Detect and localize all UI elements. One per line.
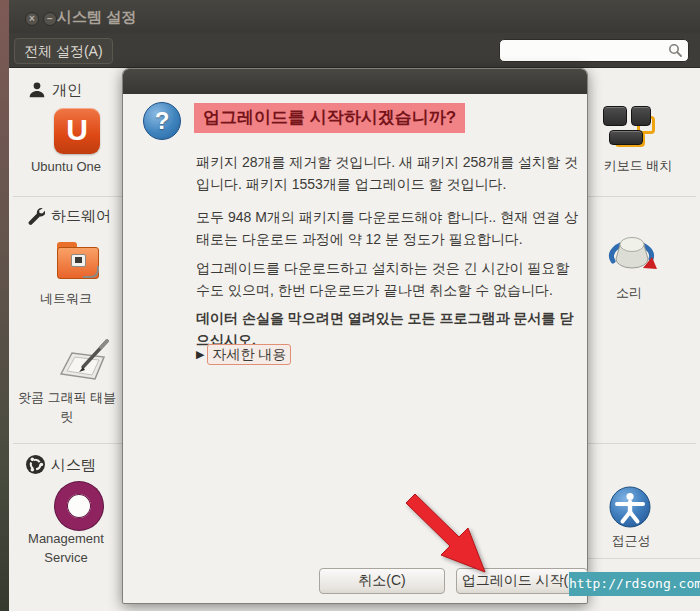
dialog-paragraph-download: 모두 948 M개의 패키지를 다운로드해야 합니다.. 현재 연결 상태로는 …: [196, 206, 580, 250]
search-box[interactable]: [499, 39, 689, 62]
search-icon: [668, 43, 683, 62]
dialog-title: 업그레이드를 시작하시겠습니까?: [194, 103, 465, 133]
section-divider: [585, 558, 700, 559]
network-icon[interactable]: [55, 238, 101, 284]
grid-item-sound[interactable]: 소리: [587, 283, 671, 302]
watermark: http://rdsong.com: [569, 572, 700, 596]
all-settings-button[interactable]: 전체 설정(A): [14, 38, 113, 64]
wrench-icon: [26, 206, 45, 229]
window-title: 시스템 설정: [57, 8, 136, 27]
desktop-background: [0, 0, 9, 611]
key: [603, 106, 627, 126]
person-icon: [28, 81, 46, 103]
dialog-paragraph-duration: 업그레이드를 다운로드하고 설치하는 것은 긴 시간이 필요할 수도 있으며, …: [196, 257, 580, 301]
grid-item-accessibility[interactable]: 접근성: [589, 531, 673, 550]
wacom-tablet-icon[interactable]: [57, 336, 113, 388]
search-input[interactable]: [506, 41, 666, 60]
ubuntu-one-icon[interactable]: U: [54, 108, 100, 154]
grid-item-wacom[interactable]: 왓콤 그래픽 태블릿: [12, 388, 122, 426]
dialog-paragraph-packages: 패키지 28개를 제거할 것입니다. 새 패키지 258개를 설치할 것입니다.…: [196, 151, 580, 195]
upgrade-dialog: ? 업그레이드를 시작하시겠습니까? 패키지 28개를 제거할 것입니다. 새 …: [122, 68, 588, 604]
keyboard-layout-icon[interactable]: [601, 104, 659, 154]
grid-item-ubuntu-one[interactable]: Ubuntu One: [12, 157, 120, 176]
sound-knob-icon[interactable]: [605, 231, 659, 277]
key: [609, 130, 643, 145]
section-header-system: 시스템: [51, 456, 96, 475]
accessibility-icon[interactable]: [609, 486, 651, 528]
cancel-button[interactable]: 취소(C): [319, 568, 445, 594]
section-header-hardware: 하드웨어: [51, 207, 111, 226]
details-label[interactable]: 자세한 내용: [207, 344, 291, 365]
grid-item-network[interactable]: 네트워크: [12, 289, 120, 308]
network-port: [75, 257, 82, 263]
screen: × − 시스템 설정 전체 설정(A) 개인 U Ubuntu One: [0, 0, 700, 611]
details-expander[interactable]: ▶자세한 내용: [196, 346, 291, 364]
ubuntu-logo-icon: [26, 455, 45, 478]
management-service-icon[interactable]: [55, 482, 103, 530]
expander-arrow-icon: ▶: [196, 348, 204, 360]
minimize-icon[interactable]: −: [43, 12, 57, 26]
grid-item-keyboard-layout[interactable]: 키보드 배치: [583, 156, 693, 175]
question-icon: ?: [143, 102, 181, 140]
grid-item-management-service[interactable]: Management Service: [10, 529, 122, 567]
key: [631, 106, 651, 126]
toolbar: 전체 설정(A): [9, 33, 700, 68]
window-titlebar: × − 시스템 설정: [9, 0, 700, 33]
section-header-personal: 개인: [52, 81, 82, 100]
dialog-titlebar[interactable]: [123, 69, 587, 94]
close-icon[interactable]: ×: [25, 12, 39, 26]
